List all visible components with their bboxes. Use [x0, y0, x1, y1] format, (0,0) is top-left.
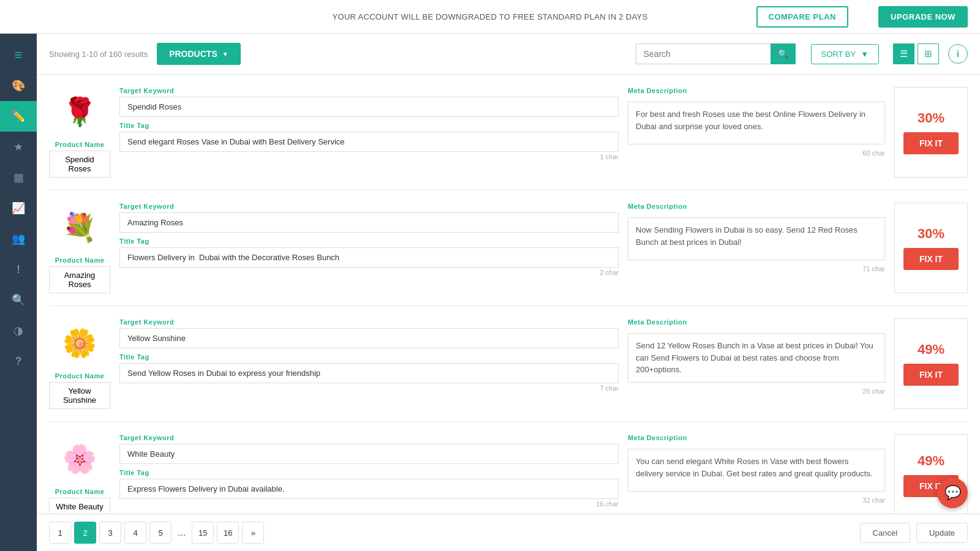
- title-tag-input[interactable]: [119, 247, 619, 268]
- view-toggle: ☰ ⊞: [893, 43, 939, 64]
- sidebar-item-menu[interactable]: ≡: [0, 40, 37, 70]
- product-row: 🌸 Product Name White Beauty Target Keywo…: [49, 422, 968, 528]
- sidebar-item-chart[interactable]: ▦: [0, 162, 37, 193]
- product-list: 🌹 Product Name Spendid Roses Target Keyw…: [37, 75, 980, 551]
- target-keyword-input[interactable]: [119, 212, 619, 233]
- fix-it-button[interactable]: FIX IT: [903, 248, 959, 270]
- score-fix-col: 30% FIX IT: [894, 87, 968, 178]
- sortby-arrow-icon: ▼: [861, 50, 869, 59]
- content-area: Showing 1-10 of 160 results PRODUCTS ▼ 🔍…: [37, 34, 980, 551]
- page-ellipsis: ...: [175, 527, 189, 538]
- sidebar-item-alert[interactable]: !: [0, 254, 37, 285]
- score-value: 30%: [918, 110, 944, 126]
- title-tag-label: Title Tag: [119, 353, 619, 361]
- search-container: 🔍: [636, 43, 796, 64]
- product-middle: Target Keyword Title Tag 16 char: [119, 434, 619, 515]
- compare-plan-button[interactable]: COMPARE PLAN: [756, 6, 848, 28]
- product-right: Meta Description For best and fresh Rose…: [628, 87, 885, 178]
- title-tag-input[interactable]: [119, 363, 619, 383]
- title-char-count: 7 char: [119, 384, 619, 392]
- target-keyword-input[interactable]: [119, 328, 619, 348]
- target-keyword-label: Target Keyword: [119, 87, 619, 94]
- meta-desc-text: Send 12 Yellow Roses Bunch in a Vase at …: [628, 333, 885, 383]
- product-row: 🌹 Product Name Spendid Roses Target Keyw…: [49, 75, 968, 190]
- sidebar-item-edit[interactable]: ✏️: [0, 101, 37, 132]
- product-name-value: Yellow Sunshine: [49, 382, 110, 409]
- sidebar-item-search[interactable]: 🔍: [0, 285, 37, 315]
- title-tag-label: Title Tag: [119, 122, 619, 129]
- product-image-col: 💐 Product Name Amazing Roses: [49, 203, 110, 293]
- pagination-actions: Cancel Update: [860, 523, 968, 543]
- meta-char-count: 71 char: [628, 265, 885, 272]
- product-row: 💐 Product Name Amazing Roses Target Keyw…: [49, 190, 968, 306]
- cancel-button[interactable]: Cancel: [860, 523, 910, 543]
- results-count: Showing 1-10 of 160 results: [49, 50, 148, 59]
- title-tag-label: Title Tag: [119, 238, 619, 245]
- product-image: 💐: [55, 203, 104, 252]
- product-name-label: Product Name: [55, 488, 105, 495]
- product-middle: Target Keyword Title Tag 7 char: [119, 318, 619, 409]
- meta-desc-text: Now Sending Flowers in Dubai is so easy.…: [628, 217, 885, 260]
- target-keyword-label: Target Keyword: [119, 434, 619, 441]
- sidebar-item-star[interactable]: ★: [0, 132, 37, 162]
- target-keyword-label: Target Keyword: [119, 203, 619, 210]
- sidebar: ≡ 🎨 ✏️ ★ ▦ 📈 👥 ! 🔍 ◑ ?: [0, 34, 37, 551]
- product-name-value: Spendid Roses: [49, 151, 110, 178]
- score-fix-col: 49% FIX IT: [894, 318, 968, 409]
- pagination-bar: 1 2 3 4 5 ... 15 16 » Cancel Update: [37, 514, 980, 551]
- page-4-button[interactable]: 4: [124, 522, 146, 544]
- search-input[interactable]: [636, 43, 771, 64]
- page-1-button[interactable]: 1: [49, 522, 71, 544]
- page-5-button[interactable]: 5: [149, 522, 172, 544]
- product-name-label: Product Name: [55, 372, 105, 380]
- products-label: PRODUCTS: [169, 49, 217, 59]
- sidebar-item-analytics[interactable]: 📈: [0, 193, 37, 223]
- product-image: 🌼: [55, 318, 104, 367]
- product-image: 🌸: [55, 434, 104, 483]
- sort-by-button[interactable]: SORT BY ▼: [811, 44, 879, 64]
- sidebar-item-pie[interactable]: ◑: [0, 315, 37, 346]
- score-fix-col: 30% FIX IT: [894, 203, 968, 293]
- title-tag-input[interactable]: [119, 132, 619, 152]
- meta-desc-text: You can send elegant White Roses in Vase…: [628, 449, 885, 492]
- update-button[interactable]: Update: [916, 523, 968, 543]
- meta-desc-label: Meta Description: [628, 434, 885, 441]
- sidebar-item-help[interactable]: ?: [0, 346, 37, 377]
- search-button[interactable]: 🔍: [771, 43, 796, 64]
- title-tag-input[interactable]: [119, 479, 619, 499]
- target-keyword-input[interactable]: [119, 444, 619, 464]
- grid-view-button[interactable]: ⊞: [918, 43, 939, 64]
- list-view-button[interactable]: ☰: [893, 43, 914, 64]
- score-value: 30%: [918, 226, 944, 242]
- upgrade-now-button[interactable]: UPGRADE NOW: [878, 6, 968, 28]
- meta-desc-text: For best and fresh Roses use the best On…: [628, 102, 885, 144]
- sidebar-item-palette[interactable]: 🎨: [0, 70, 37, 101]
- product-right: Meta Description You can send elegant Wh…: [628, 434, 885, 515]
- page-15-button[interactable]: 15: [192, 522, 214, 544]
- fix-it-button[interactable]: FIX IT: [903, 364, 959, 386]
- product-name-value: Amazing Roses: [49, 266, 110, 293]
- product-name-label: Product Name: [55, 257, 105, 264]
- meta-desc-label: Meta Description: [628, 203, 885, 210]
- products-dropdown-button[interactable]: PRODUCTS ▼: [157, 43, 240, 65]
- sidebar-item-users[interactable]: 👥: [0, 223, 37, 254]
- product-image-col: 🌼 Product Name Yellow Sunshine: [49, 318, 110, 409]
- meta-desc-label: Meta Description: [628, 318, 885, 326]
- page-2-button[interactable]: 2: [74, 522, 96, 544]
- page-16-button[interactable]: 16: [217, 522, 239, 544]
- title-char-count: 2 char: [119, 269, 619, 276]
- page-next-button[interactable]: »: [242, 522, 264, 544]
- toolbar: Showing 1-10 of 160 results PRODUCTS ▼ 🔍…: [37, 34, 980, 75]
- target-keyword-label: Target Keyword: [119, 318, 619, 326]
- top-banner: YOUR ACCOUNT WILL BE DOWNGRADED TO FREE …: [0, 0, 980, 34]
- fix-it-button[interactable]: FIX IT: [903, 132, 959, 154]
- product-middle: Target Keyword Title Tag 2 char: [119, 203, 619, 293]
- page-3-button[interactable]: 3: [99, 522, 121, 544]
- product-middle: Target Keyword Title Tag 1 char: [119, 87, 619, 178]
- target-keyword-input[interactable]: [119, 97, 619, 117]
- info-button[interactable]: i: [948, 44, 968, 64]
- meta-char-count: 26 char: [628, 388, 885, 395]
- product-name-label: Product Name: [55, 141, 105, 148]
- title-tag-label: Title Tag: [119, 469, 619, 476]
- chat-button[interactable]: 💬: [937, 478, 968, 508]
